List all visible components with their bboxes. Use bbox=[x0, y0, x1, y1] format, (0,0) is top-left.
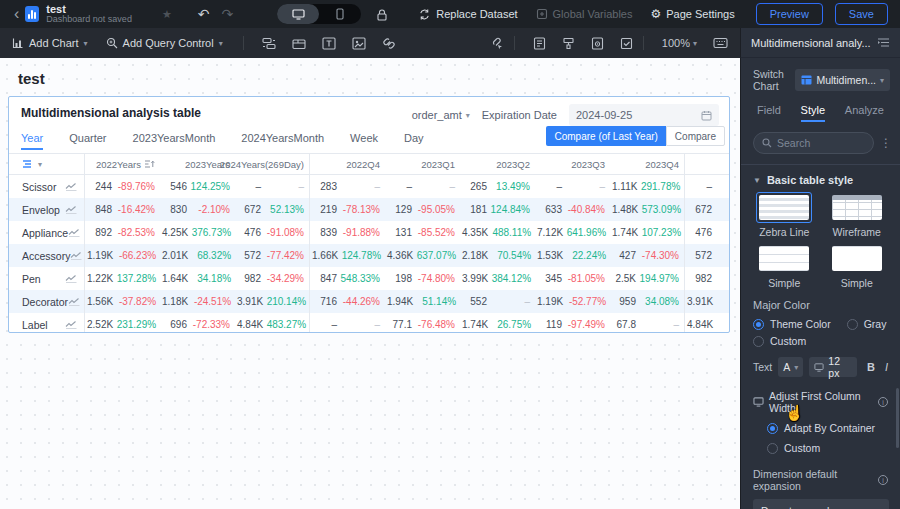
widget-tab-week[interactable]: Week bbox=[350, 132, 378, 150]
radio-custom-width[interactable]: Custom bbox=[767, 442, 820, 454]
table-style-option-zebra-line[interactable]: Zebra Line bbox=[753, 192, 816, 238]
filter-component-icon[interactable] bbox=[262, 37, 276, 50]
table-corner-cell[interactable]: ▾ bbox=[9, 154, 85, 174]
widget-tab-quarter[interactable]: Quarter bbox=[69, 132, 106, 150]
search-input[interactable]: Search bbox=[753, 132, 874, 154]
lock-icon[interactable] bbox=[375, 8, 389, 21]
save-button[interactable]: Save bbox=[835, 3, 888, 25]
watermark-icon[interactable] bbox=[591, 37, 604, 50]
row-label-cell[interactable]: Appliance bbox=[9, 221, 85, 244]
back-icon[interactable]: ‹ bbox=[8, 5, 25, 23]
table-cell: 3.91K210.14% bbox=[235, 290, 310, 313]
todo-icon[interactable] bbox=[620, 37, 633, 50]
column-header-2024Years(269Day)[interactable]: 2024Years(269Day) bbox=[235, 154, 310, 174]
compare-button[interactable]: Compare bbox=[666, 126, 725, 146]
table-cell: 1.53K22.24% bbox=[535, 244, 610, 267]
replace-dataset-button[interactable]: Replace Dataset bbox=[418, 8, 517, 21]
table-chart-icon bbox=[801, 75, 812, 85]
widget-tab-year[interactable]: Year bbox=[21, 132, 43, 150]
panel-scrollbar[interactable] bbox=[896, 388, 899, 448]
trend-icon[interactable] bbox=[65, 274, 77, 283]
radio-icon bbox=[767, 423, 778, 434]
shortcut-keys-icon[interactable] bbox=[713, 37, 728, 49]
table-cell: 119-97.49% bbox=[535, 313, 610, 333]
column-header-20[interactable]: 20 bbox=[685, 154, 729, 174]
table-style-option-wireframe[interactable]: Wireframe bbox=[826, 192, 889, 238]
trend-icon[interactable] bbox=[65, 182, 77, 191]
page-settings-button[interactable]: ⚙ Page Settings bbox=[650, 7, 734, 21]
row-label-cell[interactable]: Pen bbox=[9, 267, 85, 290]
text-component-icon[interactable] bbox=[322, 37, 336, 50]
column-header-2023Q2[interactable]: 2023Q2 bbox=[460, 154, 535, 174]
add-chart-button[interactable]: Add Chart ▾ bbox=[12, 37, 88, 49]
trend-icon[interactable] bbox=[65, 320, 77, 329]
column-header-label: 2023Q4 bbox=[645, 159, 679, 170]
widget-tab-2023yearsmonth[interactable]: 2023YearsMonth bbox=[133, 132, 216, 150]
cell-change-pct: 384.12% bbox=[488, 273, 531, 284]
table-cell: 546124.25% bbox=[160, 175, 235, 198]
zoom-level-dropdown[interactable]: 100% ▾ bbox=[662, 37, 697, 49]
hyperlink-icon[interactable] bbox=[382, 37, 396, 50]
image-component-icon[interactable] bbox=[352, 37, 366, 50]
expiration-date-input[interactable]: 2024-09-25 bbox=[569, 104, 719, 126]
panel-tab-style[interactable]: Style bbox=[801, 104, 825, 122]
trend-icon[interactable] bbox=[68, 228, 80, 237]
row-label-cell[interactable]: Decorator bbox=[9, 290, 85, 313]
favorite-star-icon[interactable]: ★ bbox=[162, 8, 172, 21]
row-label-cell[interactable]: Scissor bbox=[9, 175, 85, 198]
radio-theme-color[interactable]: Theme Color bbox=[753, 318, 831, 330]
column-header-label: 2022Years bbox=[96, 159, 141, 170]
column-header-2022Years[interactable]: 2022Years bbox=[85, 154, 160, 174]
trend-icon[interactable] bbox=[68, 297, 80, 306]
sort-icon[interactable] bbox=[144, 159, 155, 169]
device-preview-toggle[interactable] bbox=[277, 4, 361, 24]
trend-icon[interactable] bbox=[70, 251, 82, 260]
widget-tab-2024yearsmonth[interactable]: 2024YearsMonth bbox=[241, 132, 324, 150]
trend-icon[interactable] bbox=[65, 205, 77, 214]
radio-adapt-by-container[interactable]: Adapt By Container bbox=[767, 422, 875, 434]
multidimensional-table-widget[interactable]: Multidimensional analysis table order_am… bbox=[8, 96, 730, 333]
widget-tab-day[interactable]: Day bbox=[404, 132, 424, 150]
panel-collapse-icon[interactable] bbox=[877, 37, 890, 48]
table-cell: 7.12K641.96% bbox=[535, 221, 610, 244]
cell-change-pct: 548.33% bbox=[337, 273, 380, 284]
global-variables-button[interactable]: Global Variables bbox=[536, 8, 633, 20]
column-header-2023Q4[interactable]: 2023Q4 bbox=[610, 154, 685, 174]
table-body: Scissor244-89.76%546124.25%––283–––26513… bbox=[9, 175, 729, 333]
switch-chart-dropdown[interactable]: Multidimen... ▾ bbox=[795, 69, 890, 91]
row-label-cell[interactable]: Label bbox=[9, 313, 85, 333]
basic-table-style-section[interactable]: ▼ Basic table style bbox=[753, 174, 888, 186]
compare-last-year-button[interactable]: Compare (of Last Year) bbox=[546, 126, 665, 146]
bold-button[interactable]: B bbox=[867, 361, 875, 373]
column-header-2022Q4[interactable]: 2022Q4 bbox=[310, 154, 385, 174]
add-query-control-button[interactable]: Add Query Control ▾ bbox=[106, 37, 223, 49]
column-header-2023Q1[interactable]: 2023Q1 bbox=[385, 154, 460, 174]
panel-tab-analyze[interactable]: Analyze bbox=[845, 104, 884, 122]
table-cell: 26513.49% bbox=[460, 175, 535, 198]
dimension-expansion-select[interactable]: Do not expand ▾ bbox=[753, 499, 889, 509]
row-label-cell[interactable]: Envelop bbox=[9, 198, 85, 221]
column-header-2023Q3[interactable]: 2023Q3 bbox=[535, 154, 610, 174]
jump-link-icon[interactable] bbox=[490, 37, 504, 50]
measure-dropdown[interactable]: order_amt ▾ bbox=[412, 109, 470, 121]
catalog-icon[interactable] bbox=[533, 37, 546, 50]
table-style-option-simple[interactable]: Simple bbox=[753, 243, 816, 289]
redo-icon[interactable]: ↷ bbox=[222, 6, 234, 22]
italic-button[interactable]: I bbox=[885, 361, 888, 373]
more-options-icon[interactable]: ⋮ bbox=[880, 136, 892, 150]
row-label-cell[interactable]: Accessory bbox=[9, 244, 85, 267]
dashboard-canvas[interactable]: test Multidimensional analysis table ord… bbox=[0, 58, 740, 509]
preview-button[interactable]: Preview bbox=[756, 3, 823, 25]
radio-custom-color[interactable]: Custom bbox=[753, 335, 806, 347]
font-size-input[interactable]: 12 px bbox=[809, 357, 857, 377]
panel-tab-field[interactable]: Field bbox=[757, 104, 781, 122]
undo-icon[interactable]: ↶ bbox=[198, 6, 210, 22]
radio-gray[interactable]: Gray bbox=[847, 318, 887, 330]
desktop-icon[interactable] bbox=[277, 4, 319, 24]
format-brush-icon[interactable] bbox=[562, 37, 575, 50]
tab-component-icon[interactable] bbox=[292, 37, 306, 50]
table-style-option-simple[interactable]: Simple bbox=[826, 243, 889, 289]
mobile-icon[interactable] bbox=[319, 4, 361, 24]
font-color-picker[interactable]: A ▾ bbox=[778, 357, 803, 377]
dashboard-logo-icon bbox=[25, 6, 39, 22]
